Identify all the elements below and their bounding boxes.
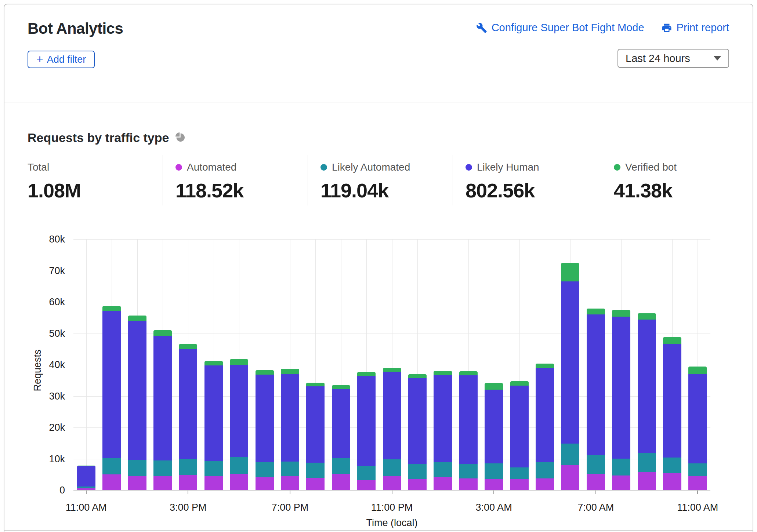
segment-likely-human xyxy=(612,317,630,458)
verified-bot-dot-icon xyxy=(614,164,620,171)
x-tick-label: 3:00 AM xyxy=(476,502,512,513)
bar-slot xyxy=(124,239,150,490)
bar-7-00-am[interactable] xyxy=(587,309,605,490)
segment-likely-human xyxy=(306,386,325,463)
segment-likely-human xyxy=(561,281,579,443)
segment-likely-automated xyxy=(434,462,452,477)
segment-likely-human xyxy=(332,389,350,458)
bar-10-00-am[interactable] xyxy=(663,337,681,490)
bar-2-00-am[interactable] xyxy=(459,371,478,490)
bar-slot xyxy=(175,239,201,490)
bar-6-00-pm[interactable] xyxy=(256,370,274,490)
segment-verified-bot xyxy=(204,361,223,365)
bar-7-00-pm[interactable] xyxy=(281,369,299,490)
segment-automated xyxy=(638,472,656,490)
bar-slot xyxy=(507,239,532,490)
bar-4-00-am[interactable] xyxy=(510,381,529,490)
segment-likely-human xyxy=(230,365,248,457)
x-tick-mark xyxy=(595,491,596,494)
stat-verified-bot-value: 41.38k xyxy=(614,179,677,202)
bar-11-00-am[interactable] xyxy=(77,466,95,490)
bar-5-00-am[interactable] xyxy=(536,364,554,490)
stat-total: Total 1.08M xyxy=(28,161,81,202)
automated-dot-icon xyxy=(175,164,182,171)
y-tick-label: 10k xyxy=(36,454,65,464)
segment-likely-human xyxy=(408,378,427,464)
bar-slot xyxy=(201,239,226,490)
pie-chart-icon xyxy=(175,132,186,144)
bar-8-00-am[interactable] xyxy=(612,310,630,490)
segment-likely-human xyxy=(153,336,172,460)
header-links: Configure Super Bot Fight Mode Print rep… xyxy=(476,22,729,34)
stat-verified-bot: Verified bot 41.38k xyxy=(614,161,677,202)
stat-total-value: 1.08M xyxy=(28,179,81,202)
segment-likely-automated xyxy=(281,462,299,476)
x-tick-label: 7:00 AM xyxy=(577,502,614,513)
x-tick-mark xyxy=(188,491,188,494)
bar-slot xyxy=(609,239,634,490)
bar-4-00-pm[interactable] xyxy=(204,361,223,490)
segment-verified-bot xyxy=(357,372,376,376)
bar-9-00-am[interactable] xyxy=(638,313,656,490)
bar-8-00-pm[interactable] xyxy=(306,383,325,490)
stat-total-label: Total xyxy=(28,161,49,173)
segment-likely-automated xyxy=(102,458,121,474)
segment-verified-bot xyxy=(128,316,146,321)
segment-automated xyxy=(281,476,299,490)
bar-slot xyxy=(328,239,354,490)
segment-verified-bot xyxy=(179,344,197,349)
section-title: Requests by traffic type xyxy=(28,131,169,145)
stat-likely-automated: Likely Automated 119.04k xyxy=(320,161,410,202)
bar-9-00-pm[interactable] xyxy=(332,385,350,490)
bar-slot xyxy=(456,239,481,490)
add-filter-button[interactable]: + Add filter xyxy=(28,51,95,68)
section-heading: Requests by traffic type xyxy=(28,131,186,145)
x-tick-mark xyxy=(697,491,698,494)
segment-automated xyxy=(612,475,630,490)
segment-likely-human xyxy=(128,321,146,460)
time-range-value: Last 24 hours xyxy=(626,52,690,65)
segment-likely-human xyxy=(179,349,197,459)
stat-automated-label: Automated xyxy=(187,161,236,173)
bar-12-00-pm[interactable] xyxy=(102,306,121,490)
time-range-dropdown[interactable]: Last 24 hours xyxy=(617,49,729,68)
bar-10-00-pm[interactable] xyxy=(357,372,376,490)
bar-11-00-am[interactable] xyxy=(688,367,707,490)
segment-automated xyxy=(510,479,529,490)
bar-2-00-pm[interactable] xyxy=(153,330,172,490)
bar-12-00-am[interactable] xyxy=(408,374,427,490)
segment-automated xyxy=(663,473,681,490)
segment-likely-automated xyxy=(128,460,146,476)
likely-automated-dot-icon xyxy=(320,164,327,171)
stat-divider xyxy=(163,155,163,205)
bar-slot xyxy=(303,239,328,490)
stat-likely-automated-label: Likely Automated xyxy=(332,161,410,173)
bar-slot xyxy=(73,239,99,490)
bar-1-00-am[interactable] xyxy=(434,371,452,490)
segment-likely-human xyxy=(204,365,223,462)
print-report-link[interactable]: Print report xyxy=(661,22,729,34)
segment-likely-automated xyxy=(408,464,427,479)
bar-3-00-am[interactable] xyxy=(485,383,503,490)
bar-slot xyxy=(379,239,405,490)
bar-11-00-pm[interactable] xyxy=(383,368,401,490)
bar-1-00-pm[interactable] xyxy=(128,316,146,490)
segment-automated xyxy=(485,479,503,490)
bar-3-00-pm[interactable] xyxy=(179,344,197,490)
stacked-bar-chart xyxy=(73,239,710,490)
segment-likely-automated xyxy=(357,466,376,480)
y-tick-label: 0 xyxy=(36,485,65,495)
bar-6-00-am[interactable] xyxy=(561,263,579,490)
configure-super-bot-fight-mode-link[interactable]: Configure Super Bot Fight Mode xyxy=(476,22,644,34)
add-filter-label: Add filter xyxy=(47,54,86,65)
segment-likely-human xyxy=(459,375,478,464)
segment-likely-human xyxy=(434,375,452,462)
segment-likely-automated xyxy=(230,457,248,474)
segment-verified-bot xyxy=(510,381,529,386)
segment-likely-human xyxy=(77,466,95,487)
segment-verified-bot xyxy=(459,371,478,375)
segment-likely-automated xyxy=(332,458,350,474)
segment-automated xyxy=(434,477,452,490)
segment-verified-bot xyxy=(383,368,401,371)
bar-5-00-pm[interactable] xyxy=(230,359,248,490)
